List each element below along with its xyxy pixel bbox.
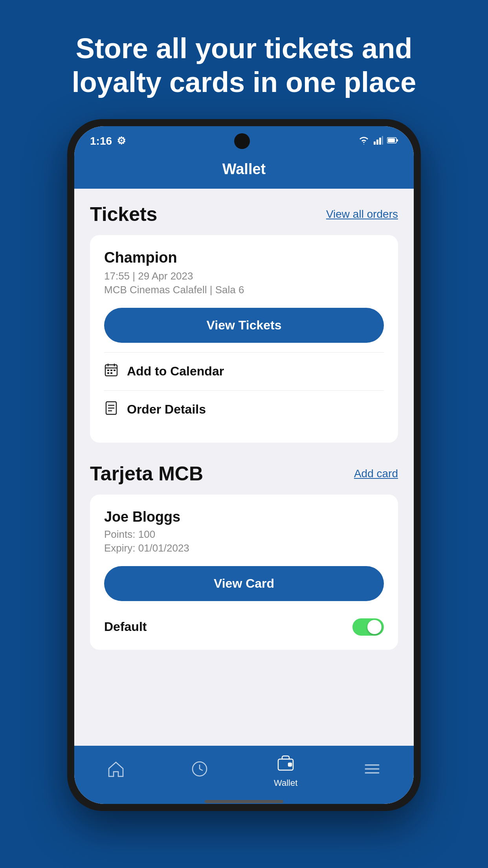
card-points: Points: 100	[104, 528, 384, 541]
ticket-card: Champion 17:55 | 29 Apr 2023 MCB Cinemas…	[90, 235, 398, 443]
calendar-icon	[104, 363, 118, 380]
default-label: Default	[104, 620, 147, 634]
order-details-icon	[104, 401, 118, 418]
status-icons	[358, 136, 398, 146]
view-card-button[interactable]: View Card	[104, 566, 384, 601]
svg-rect-6	[396, 139, 398, 142]
view-all-orders-link[interactable]: View all orders	[326, 208, 398, 221]
tickets-title: Tickets	[90, 203, 157, 226]
order-details-label: Order Details	[127, 402, 206, 417]
view-tickets-button[interactable]: View Tickets	[104, 308, 384, 343]
add-card-link[interactable]: Add card	[354, 467, 398, 480]
add-to-calendar-row[interactable]: Add to Calendar	[104, 353, 384, 390]
svg-rect-14	[107, 372, 109, 374]
app-header: Wallet	[74, 153, 414, 189]
mcb-header: Tarjeta MCB Add card	[90, 462, 398, 485]
svg-rect-15	[110, 372, 112, 374]
ticket-venue: MCB Cinemas Calafell | Sala 6	[104, 284, 384, 296]
card-expiry: Expiry: 01/01/2023	[104, 542, 384, 554]
default-toggle-row: Default	[104, 611, 384, 636]
ticket-datetime: 17:55 | 29 Apr 2023	[104, 270, 384, 282]
tickets-header: Tickets View all orders	[90, 203, 398, 226]
nav-home[interactable]	[107, 760, 125, 782]
content-area: Tickets View all orders Champion 17:55 |…	[74, 189, 414, 746]
wallet-nav-label: Wallet	[274, 778, 297, 788]
wifi-icon	[358, 136, 370, 146]
camera-dot	[234, 133, 250, 149]
svg-rect-3	[382, 136, 383, 145]
nav-history[interactable]	[191, 760, 209, 782]
phone-chin	[205, 800, 283, 803]
signal-icon	[374, 136, 383, 146]
tickets-section: Tickets View all orders Champion 17:55 |…	[74, 189, 414, 458]
status-time: 1:16	[90, 135, 112, 147]
nav-wallet[interactable]: Wallet	[274, 754, 297, 788]
hero-section: Store all your tickets and loyalty cards…	[0, 0, 488, 119]
svg-rect-5	[388, 138, 395, 142]
mcb-title: Tarjeta MCB	[90, 462, 203, 485]
hero-title: Store all your tickets and loyalty cards…	[0, 0, 488, 119]
nav-menu[interactable]	[363, 760, 381, 782]
order-details-row[interactable]: Order Details	[104, 391, 384, 428]
card-person-name: Joe Bloggs	[104, 509, 384, 525]
battery-icon	[387, 137, 398, 145]
svg-line-22	[200, 769, 203, 771]
phone-screen: 1:16 ⚙	[74, 126, 414, 804]
phone-frame: 1:16 ⚙	[67, 119, 421, 811]
wallet-title: Wallet	[222, 161, 266, 177]
bottom-nav: Wallet	[74, 746, 414, 804]
svg-rect-1	[376, 140, 378, 145]
svg-rect-24	[288, 763, 292, 766]
menu-icon	[363, 760, 381, 782]
default-toggle[interactable]	[352, 618, 384, 636]
svg-rect-0	[374, 142, 376, 145]
status-time-area: 1:16 ⚙	[90, 135, 126, 147]
add-to-calendar-label: Add to Calendar	[127, 364, 224, 379]
clock-icon	[191, 760, 209, 782]
mcb-card: Joe Bloggs Points: 100 Expiry: 01/01/202…	[90, 495, 398, 650]
mcb-section: Tarjeta MCB Add card Joe Bloggs Points: …	[74, 458, 414, 666]
svg-rect-2	[379, 138, 381, 145]
gear-icon: ⚙	[117, 135, 126, 147]
ticket-event-name: Champion	[104, 249, 384, 266]
home-icon	[107, 760, 125, 782]
status-bar: 1:16 ⚙	[74, 126, 414, 153]
svg-rect-12	[110, 370, 112, 371]
wallet-nav-icon	[277, 754, 295, 776]
svg-rect-13	[114, 370, 116, 371]
svg-rect-11	[107, 370, 109, 371]
